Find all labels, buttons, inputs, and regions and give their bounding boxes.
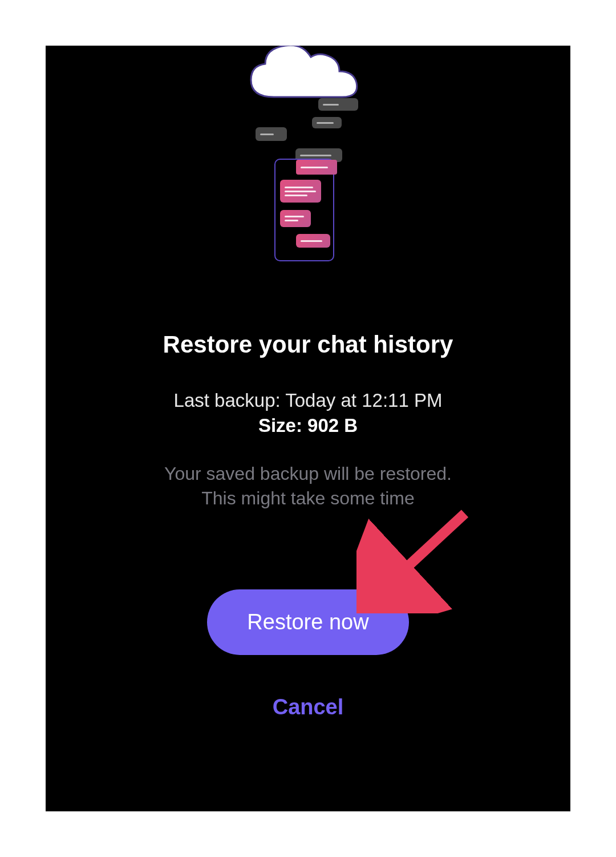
cancel-button[interactable]: Cancel — [273, 695, 344, 719]
message-bubble-icon — [312, 117, 342, 128]
description-line: This might take some time — [164, 486, 452, 511]
backup-info: Last backup: Today at 12:11 PM Size: 902… — [174, 390, 443, 436]
last-backup-label: Last backup: Today at 12:11 PM — [174, 390, 443, 411]
message-bubble-icon — [296, 234, 330, 248]
message-bubble-icon — [256, 127, 287, 141]
message-bubble-icon — [280, 210, 311, 227]
message-bubble-icon — [296, 160, 337, 175]
restore-description: Your saved backup will be restored. This… — [164, 462, 452, 511]
phone-icon — [274, 159, 334, 261]
description-line: Your saved backup will be restored. — [164, 462, 452, 486]
page-title: Restore your chat history — [163, 331, 453, 358]
restore-now-button[interactable]: Restore now — [207, 589, 408, 655]
backup-size-label: Size: 902 B — [174, 415, 443, 436]
message-bubble-icon — [280, 180, 321, 203]
message-bubble-icon — [318, 98, 358, 111]
backup-illustration — [234, 34, 382, 274]
svg-line-1 — [388, 514, 465, 585]
